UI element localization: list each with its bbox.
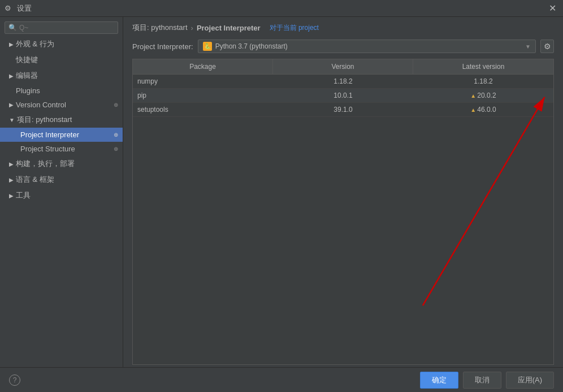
arrow-icon: ▶ [9,161,14,167]
sidebar-item-build[interactable]: ▶构建，执行，部署 [0,156,123,172]
close-button[interactable]: ✕ [547,3,558,14]
content-area: 项目: pythonstart › Project Interpreter 对于… [123,17,563,367]
title-bar: ⚙ 设置 ✕ [0,0,563,17]
sidebar-item-project-structure[interactable]: Project Structure⊕ [0,142,123,156]
col-package: Package [133,59,273,74]
interpreter-select[interactable]: 🐍 Python 3.7 (pythonstart) ▼ [198,40,536,53]
sidebar-item-plugins[interactable]: ▶Plugins [0,84,123,98]
item-label: 快捷键 [16,55,38,65]
settings-icon: ⊕ [114,132,118,138]
breadcrumb-current: Project Interpreter [197,24,261,32]
table-row[interactable]: setuptools 39.1.0 ▲46.0.0 [133,103,553,117]
help-button[interactable]: ? [9,374,20,386]
confirm-button[interactable]: 确定 [420,372,458,389]
breadcrumb-separator: › [191,24,193,32]
arrow-icon: ▶ [9,41,14,47]
item-label: Project Interpreter [20,130,114,139]
sidebar-item-keymap[interactable]: ▶快捷键 [0,52,123,68]
package-table: Package Version Latest version numpy 1.1… [132,59,554,365]
arrow-icon: ▶ [9,73,14,79]
gear-icon: ⚙ [544,42,551,51]
package-latest: ▲20.0.2 [413,89,553,102]
interpreter-value: Python 3.7 (pythonstart) [215,42,523,50]
arrow-icon: ▶ [9,193,14,199]
interpreter-row: Project Interpreter: 🐍 Python 3.7 (pytho… [123,36,563,56]
item-label: 外观 & 行为 [16,39,54,49]
search-icon: 🔍 [8,24,17,32]
item-label: 项目: pythonstart [17,115,72,125]
item-label: Version Control [16,101,114,109]
package-name: pip [133,89,273,102]
package-name: numpy [133,75,273,88]
interpreter-label: Project Interpreter: [132,42,193,51]
cancel-button[interactable]: 取消 [463,372,501,389]
sidebar-items-container: ▶外观 & 行为▶快捷键▶编辑器▶Plugins▶Version Control… [0,36,123,203]
sidebar: 🔍 ▶外观 & 行为▶快捷键▶编辑器▶Plugins▶Version Contr… [0,17,123,367]
package-version: 39.1.0 [273,103,413,116]
item-label: 语言 & 框架 [16,175,54,185]
item-label: 工具 [16,190,31,201]
settings-icon: ⊕ [114,146,118,152]
sidebar-item-appearance[interactable]: ▶外观 & 行为 [0,36,123,52]
table-row[interactable]: numpy 1.18.2 1.18.2 [133,75,553,89]
sidebar-item-tools[interactable]: ▶工具 [0,188,123,203]
search-box[interactable]: 🔍 [5,21,118,34]
sidebar-item-vcs[interactable]: ▶Version Control⊕ [0,98,123,112]
arrow-icon: ▼ [9,117,15,123]
breadcrumb-link[interactable]: 对于当前 project [270,23,319,33]
col-version: Version [273,59,413,74]
package-latest: 1.18.2 [413,75,553,88]
apply-button[interactable]: 应用(A) [506,372,554,389]
search-input[interactable] [19,24,114,32]
package-latest: ▲46.0.0 [413,103,553,116]
chevron-down-icon: ▼ [525,43,531,50]
title-bar-text: 设置 [17,3,32,14]
upgrade-arrow-icon: ▲ [470,93,476,99]
item-label: 编辑器 [16,71,38,81]
arrow-icon: ▶ [9,102,14,108]
item-label: Project Structure [20,145,114,153]
sidebar-item-editor[interactable]: ▶编辑器 [0,68,123,84]
breadcrumb: 项目: pythonstart › Project Interpreter 对于… [123,17,563,36]
main-container: 🔍 ▶外观 & 行为▶快捷键▶编辑器▶Plugins▶Version Contr… [0,17,563,367]
sidebar-item-project-interpreter[interactable]: Project Interpreter⊕ [0,128,123,142]
table-header: Package Version Latest version [133,59,553,75]
sidebar-item-project[interactable]: ▼项目: pythonstart [0,112,123,128]
package-version: 1.18.2 [273,75,413,88]
app-icon: ⚙ [5,4,14,13]
upgrade-arrow-icon: ▲ [470,107,476,113]
table-row[interactable]: pip 10.0.1 ▲20.0.2 [133,89,553,103]
vcs-icon: ⊕ [114,102,118,108]
col-latest: Latest version [413,59,553,74]
item-label: 构建，执行，部署 [16,159,75,169]
table-body: numpy 1.18.2 1.18.2 pip 10.0.1 ▲20.0.2 s… [133,75,553,364]
arrow-icon: ▶ [9,177,14,183]
sidebar-item-languages[interactable]: ▶语言 & 框架 [0,172,123,188]
item-label: Plugins [16,86,40,95]
question-mark-icon: ? [13,376,17,384]
gear-button[interactable]: ⚙ [540,40,554,53]
package-version: 10.0.1 [273,89,413,102]
bottom-bar: ? 确定 取消 应用(A) [0,367,563,392]
breadcrumb-root: 项目: pythonstart [132,23,188,33]
python-icon: 🐍 [203,42,212,51]
package-name: setuptools [133,103,273,116]
